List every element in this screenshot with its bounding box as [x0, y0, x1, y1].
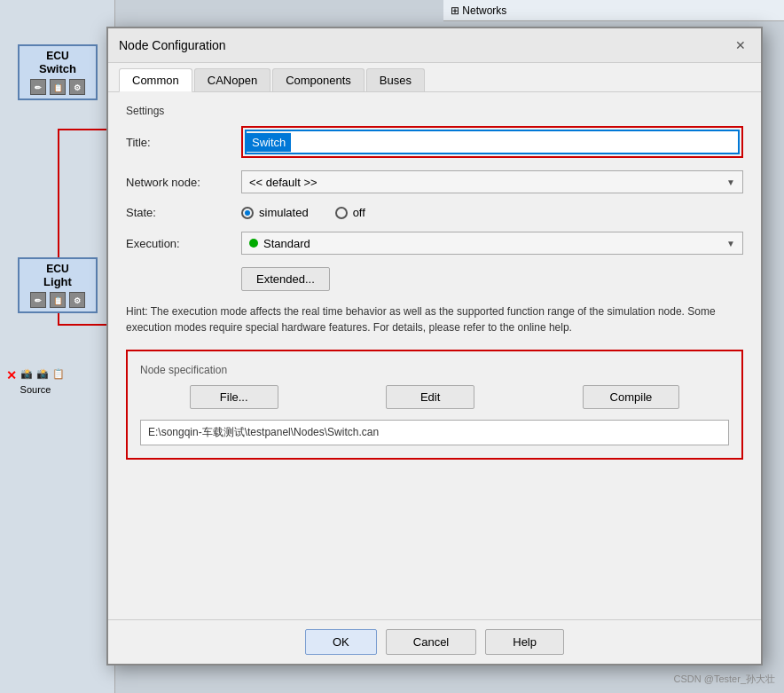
- simulated-radio[interactable]: [241, 207, 254, 219]
- title-field-wrapper: Switch: [241, 126, 743, 158]
- tab-buses[interactable]: Buses: [366, 68, 425, 91]
- ecu-switch-node[interactable]: ECU Switch ✏ 📋 ⚙: [18, 44, 98, 100]
- network-node-arrow: ▼: [726, 177, 735, 187]
- exec-green-dot: [249, 239, 258, 248]
- network-node-row: Network node: << default >> ▼: [126, 170, 743, 193]
- source-icon2: 📸: [20, 368, 33, 382]
- execution-select[interactable]: Standard ▼: [241, 232, 743, 255]
- node-spec-label: Node specification: [140, 364, 729, 376]
- watermark: CSDN @Tester_孙大壮: [674, 673, 775, 686]
- network-node-select[interactable]: << default >> ▼: [241, 170, 743, 193]
- title-label: Title:: [126, 136, 241, 149]
- ecu-light-icons: ✏ 📋 ⚙: [23, 292, 92, 308]
- title-selected-text[interactable]: Switch: [247, 133, 291, 152]
- node-configuration-dialog: Node Configuration ✕ Common CANopen Comp…: [106, 27, 763, 665]
- gear-icon-2: ⚙: [69, 292, 85, 308]
- dialog-titlebar: Node Configuration ✕: [108, 28, 761, 63]
- source-x-icon: ✕: [6, 368, 17, 382]
- file-path-display: E:\songqin-车载测试\testpanel\Nodes\Switch.c…: [140, 420, 729, 445]
- gear-icon: ⚙: [69, 79, 85, 95]
- ecu-switch-icons: ✏ 📋 ⚙: [23, 79, 92, 95]
- edit-button[interactable]: Edit: [386, 385, 474, 409]
- execution-label: Execution:: [126, 237, 241, 250]
- connector-h1: [58, 129, 106, 130]
- source-icon3: 📸: [36, 368, 49, 382]
- source-item: ✕ 📸 📸 📋 Source: [0, 368, 71, 395]
- extended-button-row: Extended...: [241, 267, 743, 291]
- tab-canopen[interactable]: CANopen: [194, 68, 270, 91]
- pencil-icon: ✏: [30, 79, 46, 95]
- extended-button[interactable]: Extended...: [241, 267, 330, 291]
- connector-h2: [58, 324, 106, 326]
- network-node-label: Network node:: [126, 176, 241, 189]
- state-radio-group: simulated off: [241, 206, 365, 219]
- networks-label: ⊞ Networks: [451, 4, 506, 17]
- compile-button[interactable]: Compile: [583, 385, 680, 409]
- ecu-light-title: ECU: [23, 263, 92, 275]
- execution-row: Execution: Standard ▼: [126, 232, 743, 255]
- file-button[interactable]: File...: [190, 385, 278, 409]
- state-off-option[interactable]: off: [335, 206, 365, 219]
- ecu-switch-name: Switch: [23, 62, 92, 75]
- hint-text: Hint: The execution mode affects the rea…: [126, 303, 743, 335]
- settings-group-label: Settings: [126, 105, 743, 117]
- help-button[interactable]: Help: [485, 629, 564, 655]
- state-label: State:: [126, 206, 241, 219]
- off-radio[interactable]: [335, 207, 348, 219]
- ok-button[interactable]: OK: [305, 629, 377, 655]
- book-icon: 📋: [50, 79, 66, 95]
- ecu-switch-title: ECU: [23, 50, 92, 62]
- dialog-body: Settings Title: Switch Network node: << …: [108, 92, 761, 639]
- close-button[interactable]: ✕: [731, 35, 750, 55]
- cancel-button[interactable]: Cancel: [386, 629, 476, 655]
- title-row: Title: Switch: [126, 126, 743, 158]
- left-panel: [0, 0, 115, 693]
- node-specification-box: Node specification File... Edit Compile …: [126, 350, 743, 460]
- network-node-value: << default >>: [249, 176, 318, 189]
- book-icon-2: 📋: [50, 292, 66, 308]
- execution-arrow: ▼: [726, 239, 735, 248]
- node-spec-buttons: File... Edit Compile: [140, 385, 729, 409]
- state-simulated-option[interactable]: simulated: [241, 206, 309, 219]
- tab-common[interactable]: Common: [119, 68, 192, 92]
- simulated-label: simulated: [259, 206, 309, 219]
- state-row: State: simulated off: [126, 206, 743, 219]
- ecu-light-name: Light: [23, 275, 92, 288]
- tab-components[interactable]: Components: [272, 68, 365, 91]
- dialog-title: Node Configuration: [119, 38, 226, 52]
- source-label: Source: [20, 384, 51, 395]
- ecu-light-node[interactable]: ECU Light ✏ 📋 ⚙: [18, 257, 98, 313]
- source-icon4: 📋: [52, 368, 65, 382]
- tabs-bar: Common CANopen Components Buses: [108, 63, 761, 92]
- dialog-footer: OK Cancel Help: [108, 619, 761, 664]
- pencil-icon-2: ✏: [30, 292, 46, 308]
- execution-value: Standard: [263, 237, 310, 250]
- off-label: off: [353, 206, 365, 219]
- networks-bar: ⊞ Networks: [443, 0, 784, 21]
